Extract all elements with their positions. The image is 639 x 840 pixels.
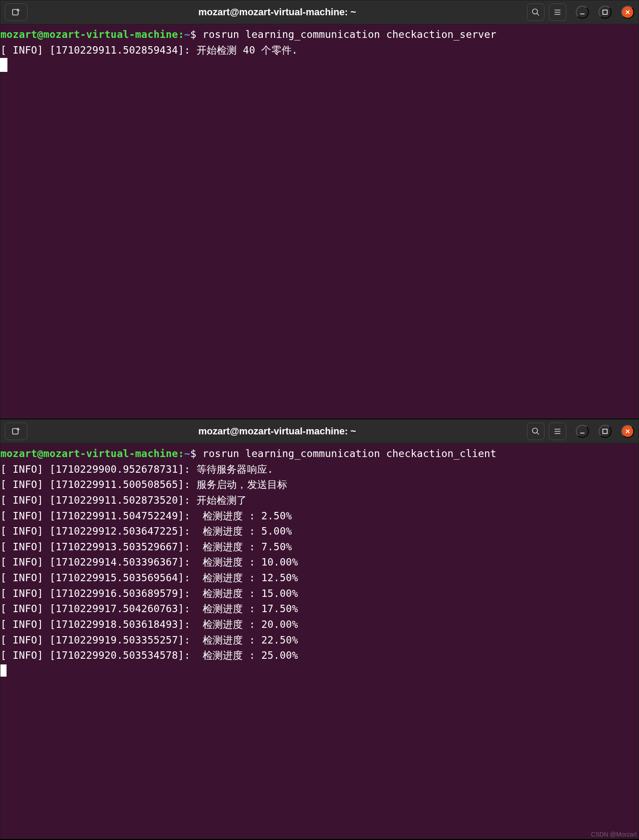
titlebar: mozart@mozart-virtual-machine: ~: [0, 420, 639, 444]
svg-line-4: [537, 14, 539, 16]
minimize-button[interactable]: [576, 6, 589, 19]
maximize-button[interactable]: [598, 6, 612, 19]
svg-line-16: [537, 433, 539, 435]
titlebar-left: [5, 3, 27, 21]
prompt-end: $: [190, 29, 203, 40]
window-title: mozart@mozart-virtual-machine: ~: [27, 7, 527, 18]
prompt-sep: :: [178, 29, 184, 40]
output-line: [ INFO] [1710229919.503355257]: 检测进度 : 2…: [0, 634, 298, 646]
titlebar-right: [527, 423, 634, 440]
output-line: [ INFO] [1710229911.502859434]: 开始检测 40 …: [0, 44, 298, 56]
command-text: rosrun learning_communication checkactio…: [203, 29, 496, 40]
close-button[interactable]: [621, 425, 634, 438]
window-title: mozart@mozart-virtual-machine: ~: [27, 426, 527, 437]
maximize-button[interactable]: [598, 425, 612, 438]
terminal-window-client: mozart@mozart-virtual-machine: ~: [0, 419, 639, 839]
new-tab-button[interactable]: [5, 423, 27, 440]
output-line: [ INFO] [1710229915.503569564]: 检测进度 : 1…: [0, 572, 298, 583]
terminal-content-server[interactable]: mozart@mozart-virtual-machine:~$ rosrun …: [0, 24, 639, 74]
output-line: [ INFO] [1710229911.502873520]: 开始检测了: [0, 495, 247, 506]
terminal-content-client[interactable]: mozart@mozart-virtual-machine:~$ rosrun …: [0, 444, 639, 679]
output-line: [ INFO] [1710229912.503647225]: 检测进度 : 5…: [0, 525, 292, 537]
svg-rect-21: [603, 429, 607, 434]
prompt-end: $: [190, 448, 203, 459]
minimize-button[interactable]: [576, 425, 589, 438]
titlebar: mozart@mozart-virtual-machine: ~: [0, 0, 639, 24]
prompt-user: mozart@mozart-virtual-machine: [0, 29, 178, 40]
prompt-user: mozart@mozart-virtual-machine: [0, 448, 178, 459]
output-line: [ INFO] [1710229913.503529667]: 检测进度 : 7…: [0, 541, 292, 552]
prompt-sep: :: [178, 448, 184, 459]
cursor-icon: [0, 59, 7, 71]
prompt-path: ~: [184, 448, 190, 459]
new-tab-button[interactable]: [5, 3, 27, 21]
terminal-window-server: mozart@mozart-virtual-machine: ~: [0, 0, 639, 419]
menu-button[interactable]: [549, 3, 566, 21]
command-text: rosrun learning_communication checkactio…: [203, 448, 496, 459]
titlebar-right: [527, 3, 634, 21]
output-line: [ INFO] [1710229911.500508565]: 服务启动，发送目…: [0, 479, 287, 490]
output-line: [ INFO] [1710229920.503534578]: 检测进度 : 2…: [0, 650, 298, 661]
search-button[interactable]: [527, 3, 544, 21]
output-line: [ INFO] [1710229918.503618493]: 检测进度 : 2…: [0, 619, 298, 630]
watermark: CSDN @Morzart: [591, 831, 637, 838]
output-line: [ INFO] [1710229917.504260763]: 检测进度 : 1…: [0, 603, 298, 614]
menu-button[interactable]: [549, 423, 566, 440]
output-line: [ INFO] [1710229916.503689579]: 检测进度 : 1…: [0, 588, 298, 599]
svg-point-3: [533, 9, 538, 14]
output-line: [ INFO] [1710229911.504752249]: 检测进度 : 2…: [0, 510, 292, 522]
output-line: [ INFO] [1710229900.952678731]: 等待服务器响应.: [0, 464, 273, 475]
svg-point-15: [533, 428, 538, 434]
titlebar-left: [5, 423, 27, 440]
svg-rect-9: [603, 10, 607, 14]
close-button[interactable]: [621, 6, 634, 19]
output-line: [ INFO] [1710229914.503396367]: 检测进度 : 1…: [0, 556, 298, 568]
search-button[interactable]: [527, 423, 544, 440]
cursor-icon: [0, 664, 7, 677]
prompt-path: ~: [184, 29, 190, 40]
